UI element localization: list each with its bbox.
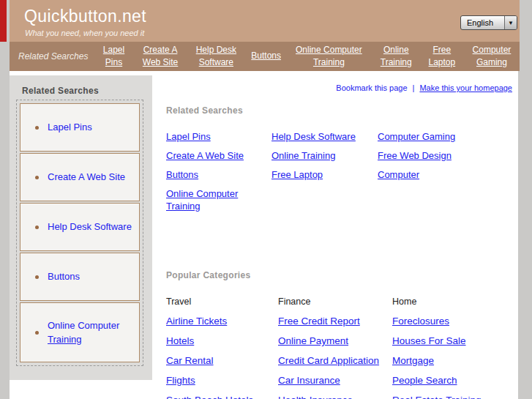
left-edge-red-stripe [0,0,7,42]
page-actions: Bookmark this page|Make this your homepa… [336,83,512,92]
sidebar-item-create-a-web-site[interactable]: Create A Web Site [20,153,140,201]
related-searches-heading: Related Searches [166,105,243,116]
category-column-travel: Travel Airline Tickets Hotels Car Rental… [166,297,278,399]
sidebar-link[interactable]: Lapel Pins [48,120,92,135]
bullet-icon [35,176,39,179]
related-link-computer[interactable]: Computer [378,169,509,182]
sidebar-item-online-computer-training[interactable]: Online ComputerTraining [20,302,140,362]
bullet-icon [35,275,39,279]
sidebar-heading: Related Searches [22,86,152,96]
site-title: Quickbutton.net [10,0,520,26]
category-title: Home [392,297,528,307]
site-header: Quickbutton.net What you need, when you … [10,0,520,42]
content-area: Related Searches Lapel Pins Create A Web… [10,71,518,399]
popular-categories-heading: Popular Categories [166,270,250,280]
popular-categories-grid: Travel Airline Tickets Hotels Car Rental… [166,297,528,399]
category-link-online-payment[interactable]: Online Payment [278,335,392,348]
category-link-airline-tickets[interactable]: Airline Tickets [166,315,278,328]
related-searches-column: Computer Gaming Free Web Design Computer [378,131,509,219]
sidebar-link[interactable]: Help Desk Software [48,220,132,234]
bookmark-this-page-link[interactable]: Bookmark this page [336,83,407,92]
category-column-home: Home Foreclosures Houses For Sale Mortga… [392,297,528,399]
nav-link-computer-gaming[interactable]: Computer Gaming [468,44,515,70]
category-column-finance: Finance Free Credit Report Online Paymen… [278,297,392,399]
category-link-hotels[interactable]: Hotels [166,335,278,348]
nav-related-searches-label: Related Searches [18,51,88,61]
category-link-free-credit-report[interactable]: Free Credit Report [278,315,392,328]
category-link-credit-card-application[interactable]: Credit Card Application [278,354,392,368]
category-title: Travel [166,297,278,307]
language-selected-value: English [461,18,504,27]
category-link-mortgage[interactable]: Mortgage [392,354,528,368]
sidebar-item-buttons[interactable]: Buttons [20,253,140,301]
site-tagline: What you need, when you need it [10,26,520,37]
bullet-icon [35,126,39,130]
category-link-real-estate-training[interactable]: Real Estate Training [392,394,528,399]
nav-link-help-desk-software[interactable]: Help Desk Software [192,44,240,70]
category-link-car-rental[interactable]: Car Rental [166,354,278,368]
sidebar-related-list: Lapel Pins Create A Web Site Help Desk S… [16,100,143,366]
main-panel: Bookmark this page|Make this your homepa… [152,71,518,399]
related-link-buttons[interactable]: Buttons [166,169,271,182]
related-link-lapel-pins[interactable]: Lapel Pins [166,131,271,143]
bullet-icon [35,331,39,335]
nav-link-buttons[interactable]: Buttons [251,50,281,62]
category-link-houses-for-sale[interactable]: Houses For Sale [392,335,528,348]
related-link-online-computer-training[interactable]: Online Computer Training [166,188,271,213]
category-link-car-insurance[interactable]: Car Insurance [278,374,392,387]
nav-link-create-a-web-site[interactable]: Create A Web Site [140,44,181,70]
page: Quickbutton.net What you need, when you … [10,0,520,399]
bullet-icon [35,225,39,229]
chevron-down-icon[interactable]: ▼ [504,16,517,29]
category-link-foreclosures[interactable]: Foreclosures [392,315,528,328]
related-link-create-a-web-site[interactable]: Create A Web Site [166,150,271,163]
sidebar-item-lapel-pins[interactable]: Lapel Pins [20,103,140,152]
category-link-south-beach-hotels[interactable]: South Beach Hotels [166,394,278,399]
nav-link-lapel-pins[interactable]: Lapel Pins [99,44,128,70]
nav-link-online-training[interactable]: Online Training [377,44,416,70]
top-nav: Related Searches Lapel Pins Create A Web… [10,42,520,71]
related-link-help-desk-software[interactable]: Help Desk Software [271,131,378,143]
sidebar-link[interactable]: Online ComputerTraining [48,318,119,347]
related-searches-column: Lapel Pins Create A Web Site Buttons Onl… [166,131,271,219]
related-link-online-training[interactable]: Online Training [271,150,378,163]
sidebar-item-help-desk-software[interactable]: Help Desk Software [20,203,140,251]
category-title: Finance [278,297,392,307]
make-homepage-link[interactable]: Make this your homepage [419,83,512,92]
category-link-people-search[interactable]: People Search [392,374,528,387]
related-link-free-web-design[interactable]: Free Web Design [378,150,509,163]
separator: | [413,83,415,92]
category-link-health-insurance[interactable]: Health Insurance [278,394,392,399]
related-link-computer-gaming[interactable]: Computer Gaming [378,131,509,143]
related-link-free-laptop[interactable]: Free Laptop [271,169,378,182]
sidebar: Related Searches Lapel Pins Create A Web… [10,75,152,380]
related-searches-grid: Lapel Pins Create A Web Site Buttons Onl… [166,131,509,219]
sidebar-link[interactable]: Create A Web Site [48,170,125,184]
nav-link-online-computer-training[interactable]: Online Computer Training [292,44,366,70]
category-link-flights[interactable]: Flights [166,374,278,387]
sidebar-link[interactable]: Buttons [48,269,80,284]
language-dropdown[interactable]: English ▼ [460,15,517,30]
nav-link-free-laptop[interactable]: Free Laptop [427,44,457,70]
related-searches-column: Help Desk Software Online Training Free … [271,131,378,219]
